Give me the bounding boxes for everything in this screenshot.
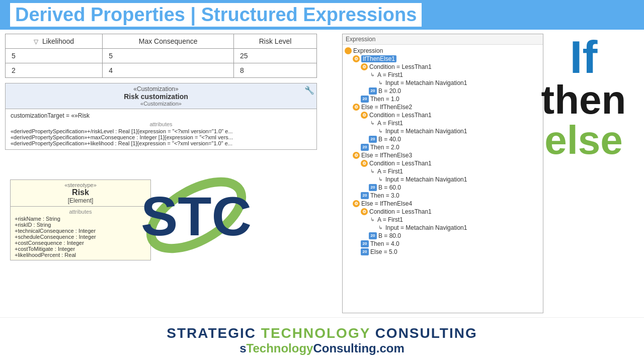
footer-line2: sTechnologyConsulting.com — [239, 341, 405, 355]
then-text: then — [533, 80, 634, 120]
expression-panel: Expression Expression⚙IfThenElse1⚙Condit… — [342, 34, 543, 313]
tree-node: 20Then = 4.0 — [345, 240, 541, 248]
tree-node: ↳Input = Metachain Navigation1 — [345, 79, 541, 87]
left-panel: ▽ Likelihood Max Consequence Risk Level … — [0, 30, 342, 317]
bottom-row: «stereotype» Risk [Element] attributes +… — [5, 155, 337, 265]
logo-area: STC — [10, 160, 342, 270]
tree-node: 20Then = 2.0 — [345, 143, 541, 151]
page-title: Derived Properties | Structured Expressi… — [10, 3, 422, 27]
wrench-icon: 🔧 — [304, 85, 314, 95]
table-cell: 5 — [103, 49, 234, 63]
footer-green2: Technology — [247, 341, 313, 355]
tree-node: ⚙Else = IfThenElse2 — [345, 103, 541, 111]
table-row: 5525 — [6, 49, 317, 63]
customization-attrs: «derivedPropertySpecification»+/riskLeve… — [11, 128, 311, 146]
table-cell: 4 — [103, 63, 234, 78]
expression-label: Expression — [343, 34, 543, 45]
tree-node: 20B = 20.0 — [345, 87, 541, 95]
main-content: ▽ Likelihood Max Consequence Risk Level … — [0, 30, 644, 317]
sort-icon: ▽ — [34, 38, 38, 45]
tree-node: 20B = 80.0 — [345, 232, 541, 240]
tree-node: 20Then = 1.0 — [345, 95, 541, 103]
customization-title: Risk customization — [8, 93, 314, 101]
table-cell: 5 — [6, 49, 103, 63]
footer-suffix2: Consulting.com — [313, 341, 404, 355]
tree-node: ⚙Else = IfThenElse3 — [345, 151, 541, 159]
tree-node: ↳Input = Metachain Navigation1 — [345, 224, 541, 232]
footer-prefix2: s — [239, 341, 246, 355]
stc-logo: STC — [101, 170, 252, 260]
tree-node: ⚙Condition = LessThan1 — [345, 63, 541, 71]
col-risk-level: Risk Level — [234, 34, 317, 49]
tree-node: 20Then = 3.0 — [345, 192, 541, 200]
customization-target: customizationTarget = «»Risk — [11, 112, 311, 119]
tree-content: Expression⚙IfThenElse1⚙Condition = LessT… — [343, 45, 543, 312]
svg-text:STC: STC — [141, 185, 252, 247]
data-table: ▽ Likelihood Max Consequence Risk Level … — [5, 34, 317, 78]
tree-node: 20B = 40.0 — [345, 135, 541, 143]
tree-node: ↳A = First1 — [345, 167, 541, 175]
table-cell: 25 — [234, 49, 317, 63]
tree-node: ↳A = First1 — [345, 71, 541, 79]
tree-node: ↳Input = Metachain Navigation1 — [345, 175, 541, 184]
customization-stereotype: «Customization» — [8, 85, 314, 93]
footer-prefix1: STRATEGIC — [167, 325, 261, 341]
footer-green1: TECHNOLOGY — [261, 325, 370, 341]
tree-node: ⚙Condition = LessThan1 — [345, 159, 541, 167]
customization-body: customizationTarget = «»Risk attributes … — [6, 109, 316, 149]
footer-line1: STRATEGIC TECHNOLOGY CONSULTING — [167, 325, 477, 341]
table-body: 5525248 — [6, 49, 317, 78]
col-likelihood: ▽ Likelihood — [6, 34, 103, 49]
tree-node: ⚙Condition = LessThan1 — [345, 208, 541, 216]
customization-header: 🔧 «Customization» Risk customization «Cu… — [6, 83, 316, 109]
tree-node: ↳Input = Metachain Navigation1 — [345, 127, 541, 135]
customization-box: 🔧 «Customization» Risk customization «Cu… — [5, 83, 317, 150]
tree-root: Expression — [345, 47, 541, 55]
expression-panel-label: Expression — [346, 36, 375, 43]
tree-node: ⚙Condition = LessThan1 — [345, 111, 541, 119]
tree-node: ↳A = First1 — [345, 216, 541, 224]
customization-attr-line: «derivedPropertySpecification»+likelihoo… — [11, 140, 311, 146]
customization-attrs-label: attributes — [11, 121, 311, 127]
footer-suffix1: CONSULTING — [370, 325, 477, 341]
customization-subtitle: «Customization» — [8, 101, 314, 107]
table-cell: 8 — [234, 63, 317, 78]
col-max-consequence: Max Consequence — [103, 34, 234, 49]
tree-node: 20B = 60.0 — [345, 184, 541, 192]
tree-node: ⚙IfThenElse1 — [345, 55, 541, 63]
footer: STRATEGIC TECHNOLOGY CONSULTING sTechnol… — [0, 317, 644, 362]
customization-attr-line: «derivedPropertySpecification»+maxConseq… — [11, 134, 311, 140]
tree-node: ⚙Else = IfThenElse4 — [345, 200, 541, 208]
tree-node: 20Else = 5.0 — [345, 248, 541, 256]
table-row: 248 — [6, 63, 317, 78]
if-text: If — [533, 35, 634, 80]
title-bar: Derived Properties | Structured Expressi… — [0, 0, 644, 30]
customization-attr-line: «derivedPropertySpecification»+/riskLeve… — [11, 128, 311, 134]
table-cell: 2 — [6, 63, 103, 78]
else-text: else — [533, 120, 634, 160]
tree-node: ↳A = First1 — [345, 119, 541, 127]
ifthenelse-decoration: If then else — [533, 35, 634, 160]
